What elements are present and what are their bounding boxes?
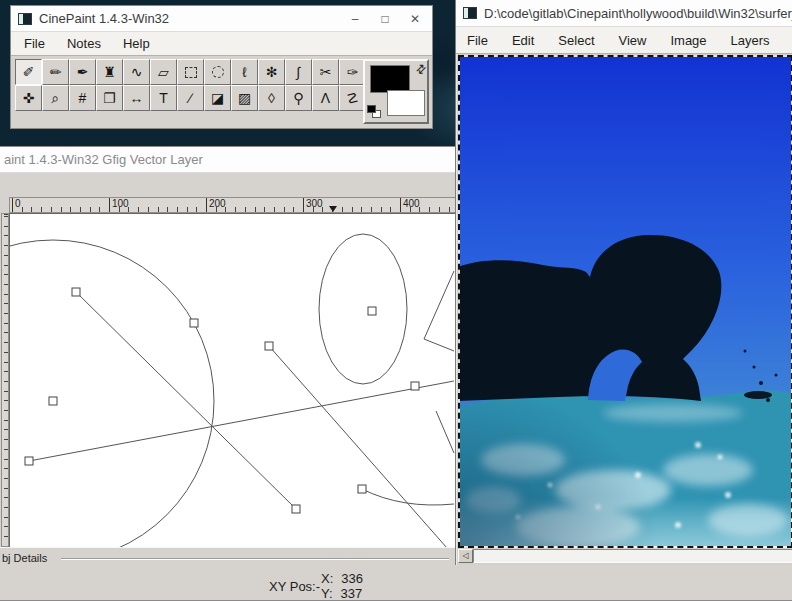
control-point-1[interactable]: [49, 397, 57, 405]
menu-notes[interactable]: Notes: [56, 36, 112, 51]
tool-row-1: ✐✏✒♜∿▱ℓ✻∫✂✑: [15, 59, 366, 85]
smudge-icon: ∿: [131, 65, 143, 79]
tool-zoom[interactable]: ⌕: [42, 85, 69, 111]
menu-file[interactable]: File: [456, 33, 499, 48]
tool-text[interactable]: T: [150, 85, 177, 111]
tool-rect-select[interactable]: [177, 59, 204, 85]
text-icon: T: [159, 91, 168, 105]
cinepaint-app-icon: [18, 13, 32, 25]
tool-measure[interactable]: Λ: [312, 85, 339, 111]
path-icon: ☡: [346, 91, 359, 105]
transform-icon: ❐: [103, 91, 116, 105]
gfig-path-3: [436, 411, 454, 453]
tool-magic-wand[interactable]: ✻: [258, 59, 285, 85]
gfig-line-3: [269, 346, 447, 548]
scrollbar-track[interactable]: [473, 549, 792, 563]
menu-edit[interactable]: Edit: [501, 33, 545, 48]
toolbox-titlebar[interactable]: CinePaint 1.4.3-Win32 – □ ✕: [11, 6, 432, 32]
obj-details-label: bj Details: [2, 552, 47, 564]
tool-ellipse-select[interactable]: [204, 59, 231, 85]
airbrush-icon: ✒: [77, 65, 89, 79]
tool-move[interactable]: ✜: [15, 85, 42, 111]
tool-flip[interactable]: ↔: [123, 85, 150, 111]
rect-select-icon: [185, 67, 197, 78]
swap-colors-icon[interactable]: ⇄: [412, 60, 429, 77]
gfig-line-1: [76, 292, 296, 509]
ink-pen-icon: ✑: [347, 65, 359, 79]
control-point-6[interactable]: [411, 382, 419, 390]
toolbox-title: CinePaint 1.4.3-Win32: [39, 11, 169, 26]
color-selector: ⇄: [363, 59, 429, 124]
default-colors-icon[interactable]: [367, 105, 381, 118]
eraser-icon: ▱: [158, 65, 169, 79]
control-point-8[interactable]: [358, 485, 366, 493]
tool-scissors[interactable]: ✂: [312, 59, 339, 85]
tool-color-picker[interactable]: ∕: [177, 85, 204, 111]
default-fg-square: [367, 105, 376, 113]
flip-icon: ↔: [130, 91, 144, 105]
menu-image[interactable]: Image: [659, 33, 717, 48]
scroll-left-icon[interactable]: ◁: [458, 549, 473, 563]
tool-airbrush[interactable]: ✒: [69, 59, 96, 85]
ruler-tick-400: 400: [400, 198, 420, 212]
tool-paintbrush[interactable]: ✐: [15, 59, 42, 85]
minimize-icon[interactable]: –: [340, 12, 370, 26]
screen: CinePaint 1.4.3-Win32 – □ ✕ FileNotesHel…: [0, 0, 792, 601]
tool-pencil[interactable]: ✏: [42, 59, 69, 85]
toolbox-menubar: FileNotesHelp: [11, 32, 432, 56]
foreground-color-swatch[interactable]: [370, 65, 410, 93]
control-point-2[interactable]: [190, 319, 198, 327]
ruler-tick-200: 200: [206, 198, 226, 212]
maximize-icon[interactable]: □: [370, 12, 400, 26]
bucket-fill-icon: ◪: [211, 91, 224, 105]
menu-tools[interactable]: Tools: [783, 33, 792, 48]
tool-dodge-burn[interactable]: ⚲: [285, 85, 312, 111]
tool-path[interactable]: ☡: [339, 85, 366, 111]
background-color-swatch[interactable]: [387, 90, 425, 116]
tool-blur[interactable]: ◊: [258, 85, 285, 111]
lasso-icon: ℓ: [242, 65, 247, 79]
wave-shadow: [458, 385, 658, 548]
menu-view[interactable]: View: [608, 33, 658, 48]
bezier-select-icon: ∫: [297, 65, 301, 79]
x-coordinate: X:336: [321, 571, 363, 586]
paintbrush-icon: ✐: [23, 65, 35, 79]
control-point-5[interactable]: [25, 457, 33, 465]
move-icon: ✜: [23, 91, 35, 105]
photo-canvas[interactable]: [458, 55, 792, 548]
menu-help[interactable]: Help: [112, 36, 161, 51]
close-icon[interactable]: ✕: [400, 12, 430, 26]
tool-crop[interactable]: #: [69, 85, 96, 111]
gfig-circle: [10, 240, 214, 548]
image-titlebar[interactable]: D:\code\gitlab\Cinepaint\hollywood\build…: [456, 0, 792, 27]
tool-eraser[interactable]: ▱: [150, 59, 177, 85]
tool-bucket-fill[interactable]: ◪: [204, 85, 231, 111]
tool-transform[interactable]: ❐: [96, 85, 123, 111]
menu-select[interactable]: Select: [547, 33, 605, 48]
control-point-3[interactable]: [72, 288, 80, 296]
surfer-photo: [458, 55, 792, 548]
xy-pos-label: XY Pos:-: [269, 579, 320, 594]
ellipse-select-icon: [212, 66, 224, 78]
gradient-icon: ▨: [238, 91, 251, 105]
vertical-ruler: [1, 213, 9, 547]
image-title: D:\code\gitlab\Cinepaint\hollywood\build…: [484, 6, 792, 21]
menu-layers[interactable]: Layers: [720, 33, 781, 48]
control-point-7[interactable]: [265, 342, 273, 350]
ruler-tick-100: 100: [109, 198, 129, 212]
tool-ink-pen[interactable]: ✑: [339, 59, 366, 85]
gfig-path-1: [362, 489, 454, 505]
menu-file[interactable]: File: [13, 36, 56, 51]
gfig-line-2: [29, 381, 454, 461]
horizontal-scrollbar[interactable]: ◁: [458, 549, 792, 563]
tool-gradient[interactable]: ▨: [231, 85, 258, 111]
tool-lasso[interactable]: ℓ: [231, 59, 258, 85]
control-point-9[interactable]: [368, 307, 376, 315]
tool-clone[interactable]: ♜: [96, 59, 123, 85]
tool-bezier-select[interactable]: ∫: [285, 59, 312, 85]
magic-wand-icon: ✻: [266, 65, 278, 79]
y-coordinate: Y:337: [321, 586, 362, 601]
control-point-4[interactable]: [292, 505, 300, 513]
tool-smudge[interactable]: ∿: [123, 59, 150, 85]
y-value: 337: [341, 586, 363, 601]
